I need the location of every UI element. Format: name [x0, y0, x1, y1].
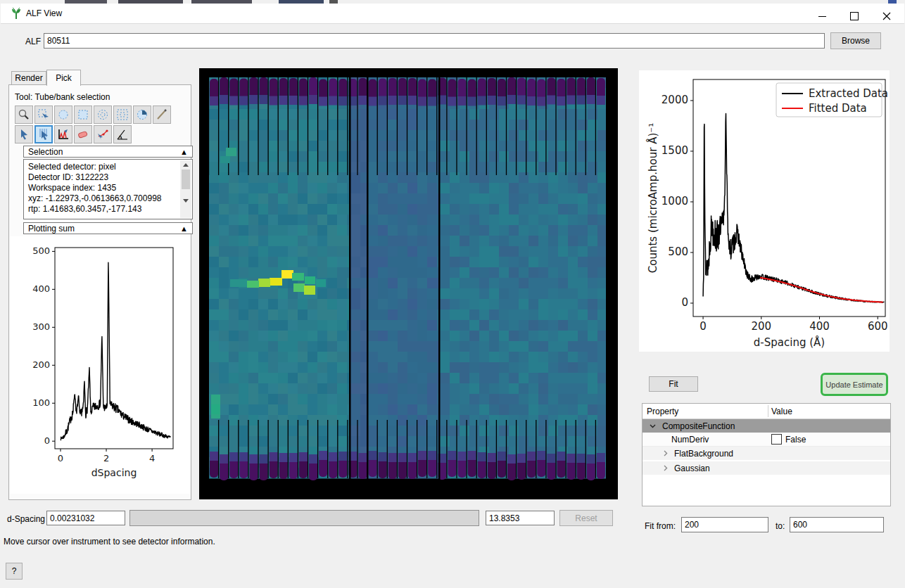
dspacing-max-input[interactable] — [486, 511, 555, 525]
svg-text:1000: 1000 — [662, 195, 688, 207]
close-button[interactable] — [875, 8, 899, 25]
draw-rectangle-ring-icon — [116, 108, 129, 121]
svg-text:θ: θ — [119, 134, 122, 139]
select-peak-icon — [57, 128, 70, 141]
scroll-down-icon — [183, 199, 189, 203]
selection-line: Detector ID: 3122223 — [28, 172, 188, 183]
svg-text:200: 200 — [751, 320, 771, 333]
update-estimate-button[interactable]: Update Estimate — [821, 373, 888, 396]
chevron-down-icon[interactable] — [650, 423, 656, 429]
svg-text:dSpacing: dSpacing — [91, 467, 137, 478]
value-column-header: Value — [771, 407, 792, 416]
svg-text:d-Spacing (Å): d-Spacing (Å) — [754, 335, 825, 349]
zoom-tool-button[interactable] — [15, 106, 33, 124]
help-button[interactable]: ? — [6, 563, 23, 580]
dspacing-slider[interactable] — [129, 510, 479, 526]
numderiv-value: False — [785, 435, 806, 445]
browse-button[interactable]: Browse — [830, 32, 881, 49]
fit-button[interactable]: Fit — [649, 376, 698, 392]
draw-rectangle-tool-button[interactable] — [74, 106, 92, 124]
edit-shape-icon — [37, 108, 50, 121]
fit-to-label: to: — [776, 521, 785, 531]
scrollbar-thumb[interactable] — [182, 170, 190, 189]
extracted-data-plot[interactable]: 02004006000500100015002000d-Spacing (Å)C… — [639, 70, 890, 352]
compare-peak-tool-button[interactable] — [94, 125, 112, 143]
instrument-view-canvas[interactable] — [199, 68, 618, 499]
chevron-right-icon[interactable] — [662, 450, 669, 456]
plotting-header-label: Plotting sum — [28, 224, 75, 234]
erase-peak-icon — [77, 128, 89, 141]
selection-info-box[interactable]: Selected detector: pixel Detector ID: 31… — [23, 159, 193, 219]
pick-tube-icon — [37, 128, 50, 141]
pick-pixel-icon — [18, 128, 30, 141]
status-text: Move cursor over instrument to see detec… — [4, 537, 215, 547]
zoom-icon — [18, 108, 30, 121]
svg-text:Extracted Data: Extracted Data — [809, 87, 888, 100]
draw-ellipse-ring-tool-button[interactable] — [94, 106, 112, 124]
minimize-icon — [818, 16, 826, 17]
selection-scrollbar[interactable] — [180, 160, 191, 218]
svg-text:2: 2 — [103, 453, 109, 464]
property-table-header: Property Value — [643, 404, 890, 419]
draw-free-tool-button[interactable] — [153, 106, 171, 124]
dspacing-label: d-Spacing — [7, 514, 45, 524]
svg-text:200: 200 — [32, 359, 50, 370]
draw-rectangle-icon — [77, 108, 89, 121]
selection-section-header[interactable]: Selection ▲ — [23, 146, 193, 158]
table-row-numderiv[interactable]: NumDeriv False — [643, 433, 890, 447]
compare-peak-icon — [96, 128, 109, 141]
svg-text:400: 400 — [32, 283, 50, 294]
maximize-button[interactable] — [842, 8, 866, 25]
summed-spectrum-plot[interactable]: 0240100200300400500dSpacing — [10, 236, 190, 494]
run-number-input[interactable] — [44, 33, 825, 49]
svg-text:500: 500 — [668, 245, 688, 258]
tab-render[interactable]: Render — [11, 71, 46, 85]
property-column-header: Property — [647, 407, 678, 416]
draw-sector-tool-button[interactable] — [133, 106, 151, 124]
svg-text:1500: 1500 — [662, 144, 688, 157]
fit-to-input[interactable] — [790, 517, 884, 532]
draw-sector-icon — [136, 108, 148, 121]
reset-button[interactable]: Reset — [559, 510, 613, 526]
alf-view-window: ALF View ALF Browse Render Pick Tool: Tu… — [0, 0, 905, 588]
svg-text:600: 600 — [868, 320, 888, 333]
selection-line: xyz: -1.22973,-0.0613663,0.700998 — [28, 193, 188, 204]
table-row-gaussian[interactable]: Gaussian — [643, 461, 890, 476]
draw-ellipse-tool-button[interactable] — [54, 106, 72, 124]
plotting-section-header[interactable]: Plotting sum ▲ — [23, 222, 193, 234]
selection-header-label: Selection — [28, 147, 63, 157]
run-label: ALF — [25, 37, 41, 46]
chevron-right-icon[interactable] — [662, 465, 669, 471]
maximize-icon — [850, 12, 859, 20]
scroll-up-icon — [183, 163, 189, 167]
align-angle-tool-button[interactable]: θ — [113, 125, 132, 143]
column-divider — [768, 405, 768, 417]
erase-peak-tool-button[interactable] — [74, 125, 92, 143]
table-row-compositefunction[interactable]: CompositeFunction — [643, 419, 890, 433]
draw-ellipse-icon — [57, 108, 70, 121]
numderiv-checkbox[interactable] — [771, 434, 782, 445]
selection-line: Selected detector: pixel — [28, 162, 188, 172]
pick-pixel-tool-button[interactable] — [15, 125, 33, 143]
table-row-flatbackground[interactable]: FlatBackground — [643, 447, 890, 461]
draw-free-icon — [156, 108, 168, 121]
svg-text:4: 4 — [149, 453, 155, 464]
tab-pick[interactable]: Pick — [46, 70, 81, 86]
title-bar[interactable]: ALF View — [1, 4, 904, 24]
minimize-button[interactable] — [810, 8, 834, 25]
dspacing-min-input[interactable] — [46, 511, 125, 525]
selection-line: rtp: 1.41683,60.3457,-177.143 — [28, 204, 188, 215]
window-title: ALF View — [26, 8, 62, 18]
fit-from-label: Fit from: — [645, 521, 676, 531]
edit-shape-tool-button[interactable] — [34, 106, 53, 124]
selection-line: Workspace index: 1435 — [28, 183, 188, 193]
svg-text:Counts (microAmp.hour Å)⁻¹: Counts (microAmp.hour Å)⁻¹ — [646, 123, 659, 273]
svg-text:Fitted Data: Fitted Data — [809, 102, 867, 115]
fit-from-input[interactable] — [681, 517, 768, 532]
svg-text:0: 0 — [58, 453, 63, 464]
fit-property-browser: Property Value CompositeFunction NumDeri… — [642, 403, 891, 506]
draw-rectangle-ring-tool-button[interactable] — [113, 106, 132, 124]
draw-ellipse-ring-icon — [96, 108, 109, 121]
select-peak-tool-button[interactable] — [54, 125, 72, 143]
pick-tube-tool-button[interactable] — [34, 125, 53, 143]
